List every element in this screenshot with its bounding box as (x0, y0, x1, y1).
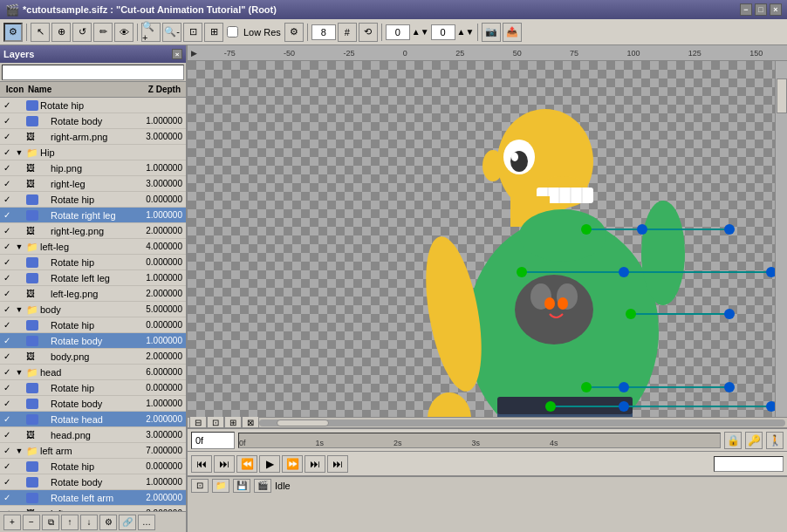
layer-checkbox[interactable]: ✓ (0, 257, 14, 267)
layer-checkbox[interactable]: ✓ (0, 226, 14, 235)
layer-row[interactable]: ✓▼📁left arm7.000000 (0, 443, 186, 459)
status-btn-1[interactable]: ⊡ (191, 479, 209, 493)
layer-checkbox[interactable]: ✓ (0, 194, 14, 204)
layer-checkbox[interactable]: ✓ (0, 336, 14, 345)
layer-expand-arrow[interactable]: ▼ (14, 305, 24, 314)
layer-duplicate-button[interactable]: ⧉ (42, 515, 59, 530)
minimize-button[interactable]: − (740, 3, 752, 16)
layer-row[interactable]: ✓▼📁head6.000000 (0, 365, 186, 380)
current-time-input[interactable]: 0f (191, 432, 235, 449)
snap-button[interactable]: ⟲ (359, 23, 378, 42)
layer-row[interactable]: ✓Rotate body1.000000 (0, 113, 186, 129)
layer-row[interactable]: ✓🖼left-leg.png2.000000 (0, 286, 186, 302)
layer-checkbox[interactable]: ✓ (0, 242, 14, 251)
paint-tool[interactable]: ✏ (93, 23, 113, 42)
layer-checkbox[interactable]: ✓ (0, 493, 14, 502)
layer-checkbox[interactable]: ✓ (0, 399, 14, 408)
layer-row[interactable]: ✓Rotate hip0.000000 (0, 255, 186, 270)
layer-settings-button[interactable]: ⚙ (99, 515, 117, 530)
value3-input[interactable] (431, 24, 455, 40)
layer-expand-arrow[interactable]: ▼ (14, 368, 24, 377)
status-btn-3[interactable]: 💾 (233, 479, 250, 493)
layer-checkbox[interactable]: ✓ (0, 304, 14, 314)
camera-button[interactable]: 📷 (482, 23, 501, 42)
grid-button[interactable]: # (338, 23, 357, 42)
maximize-button[interactable]: □ (755, 3, 767, 16)
transport-time-display[interactable] (714, 456, 784, 472)
layer-up-button[interactable]: ↑ (61, 515, 79, 530)
layer-row[interactable]: ✓🖼hip.png1.000000 (0, 160, 186, 176)
rotate-tool[interactable]: ↺ (72, 23, 92, 42)
h-scrollbar-track[interactable] (259, 419, 785, 426)
layer-checkbox[interactable]: ✓ (0, 100, 14, 110)
transport-begin[interactable]: ⏮ (191, 455, 212, 473)
transport-next-frame[interactable]: ⏩ (282, 455, 303, 473)
layer-checkbox[interactable]: ✓ (0, 116, 14, 126)
layer-checkbox[interactable]: ✓ (0, 210, 14, 220)
layer-row[interactable]: ✓🖼right-arm.png3.000000 (0, 129, 186, 145)
canvas-horizontal-scrollbar[interactable]: ⊟ ⊡ ⊞ ⊠ (188, 417, 787, 427)
timeline-lock-button[interactable]: 🔒 (724, 432, 742, 449)
layer-row[interactable]: ✓Rotate right leg1.000000 (0, 208, 186, 223)
layer-more-button[interactable]: … (138, 515, 155, 530)
layer-checkbox[interactable]: ✓ (0, 367, 14, 377)
layer-expand-arrow[interactable]: ▼ (14, 242, 24, 251)
close-button[interactable]: × (770, 3, 782, 16)
layer-add-button[interactable]: + (3, 515, 21, 530)
layers-close-button[interactable]: × (172, 49, 182, 59)
layer-row[interactable]: ✓Rotate hip0.000000 (0, 192, 186, 208)
layer-checkbox[interactable]: ✓ (0, 163, 14, 173)
layer-row[interactable]: ✓Rotate hip0.000000 (0, 380, 186, 396)
layer-checkbox[interactable]: ✓ (0, 477, 14, 487)
export-button[interactable]: 📤 (503, 23, 522, 42)
layer-down-button[interactable]: ↓ (80, 515, 98, 530)
layer-row[interactable]: ✓Rotate hip0.000000 (0, 459, 186, 474)
h-scrollbar-thumb[interactable] (277, 419, 329, 426)
layers-search-input[interactable] (2, 65, 184, 80)
layer-row[interactable]: ✓Rotate left leg1.000000 (0, 270, 186, 286)
layer-checkbox[interactable]: ✓ (0, 414, 14, 424)
layer-checkbox[interactable]: ✓ (0, 289, 14, 298)
layer-row[interactable]: ✓Rotate body1.000000 (0, 474, 186, 490)
canvas-viewport[interactable] (188, 61, 787, 417)
status-btn-4[interactable]: 🎬 (254, 479, 271, 493)
layer-row[interactable]: ✓▼📁body5.000000 (0, 302, 186, 317)
layer-row[interactable]: ✓🖼body.png2.000000 (0, 349, 186, 365)
timeline-walk-button[interactable]: 🚶 (766, 432, 784, 449)
layer-row[interactable]: ✓Rotate body1.000000 (0, 333, 186, 349)
transport-prev-keyframe[interactable]: ⏭ (214, 455, 235, 473)
layer-row[interactable]: ✓Rotate body1.000000 (0, 396, 186, 412)
timeline-key-button[interactable]: 🔑 (745, 432, 763, 449)
layer-checkbox[interactable]: ✓ (0, 179, 14, 188)
pointer-tool[interactable]: ↖ (31, 23, 50, 42)
transport-next-keyframe[interactable]: ⏭ (305, 455, 325, 473)
layer-expand-arrow[interactable]: ▼ (14, 447, 24, 455)
zoom-in[interactable]: 🔍+ (141, 23, 161, 42)
zoom-out[interactable]: 🔍- (162, 23, 181, 42)
layer-checkbox[interactable]: ✓ (0, 446, 14, 455)
fit-view[interactable]: ⊡ (183, 23, 202, 42)
layer-row[interactable]: ✓🖼right-leg3.000000 (0, 176, 186, 192)
value2-input[interactable] (386, 24, 410, 40)
layer-checkbox[interactable]: ✓ (0, 383, 14, 392)
layer-checkbox[interactable]: ✓ (0, 351, 14, 361)
layer-row[interactable]: ✓🖼right-leg.png2.000000 (0, 223, 186, 239)
layer-expand-arrow[interactable]: ▼ (14, 148, 24, 157)
layer-link-button[interactable]: 🔗 (119, 515, 136, 530)
transform-tool[interactable]: ⊕ (51, 23, 71, 42)
transport-end[interactable]: ⏭ (327, 455, 348, 473)
scrollbar-vertical[interactable] (775, 61, 787, 417)
layer-checkbox[interactable]: ✓ (0, 147, 14, 157)
layer-checkbox[interactable]: ✓ (0, 320, 14, 330)
layer-row[interactable]: ✓Rotate left arm2.000000 (0, 490, 186, 506)
scrollbar-vertical-thumb[interactable] (777, 78, 787, 113)
layer-row[interactable]: ✓Rotate head2.000000 (0, 412, 186, 427)
transport-prev-frame[interactable]: ⏪ (236, 455, 257, 473)
grid-size-input[interactable]: 8 (311, 24, 336, 40)
actual-size[interactable]: ⊞ (204, 23, 223, 42)
layer-row[interactable]: ✓Rotate hip0.000000 (0, 317, 186, 333)
eye-tool[interactable]: 👁 (114, 23, 133, 42)
layer-row[interactable]: ✓▼📁Hip (0, 145, 186, 160)
status-btn-2[interactable]: 📁 (212, 479, 229, 493)
render-button[interactable]: ⚙ (3, 23, 23, 42)
